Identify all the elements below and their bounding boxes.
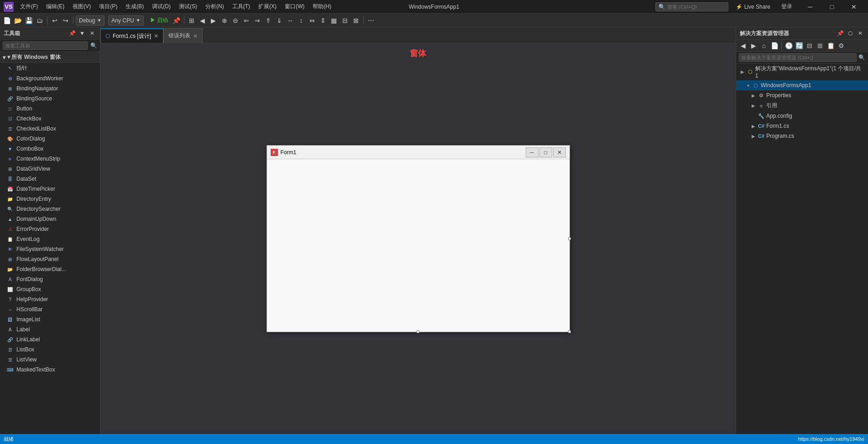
toolbar-btn4[interactable]: ⊕ (220, 16, 230, 26)
tree-properties[interactable]: ▶ ⚙ Properties (736, 90, 868, 100)
toolbar-align8[interactable]: ⇕ (318, 16, 328, 26)
toolbar-extra[interactable]: ⋯ (366, 16, 376, 26)
toolbar-size2[interactable]: ⊟ (340, 16, 350, 26)
tree-solution[interactable]: ▶ ⬡ 解决方案"WindowsFormsApp1"(1 个项目/共 1 (736, 63, 868, 80)
sol-tb-newfile[interactable]: 📄 (769, 41, 779, 51)
toolbar-align1[interactable]: ⇐ (241, 16, 251, 26)
toolbar-undo[interactable]: ↩ (50, 16, 60, 26)
menu-file[interactable]: 文件(F) (16, 1, 42, 12)
toolbar-align4[interactable]: ⇓ (274, 16, 284, 26)
toolbox-dropdown-btn[interactable]: ▼ (78, 29, 86, 37)
tab-form1-design[interactable]: ⬡ Form1.cs [设计] ✕ (100, 28, 163, 43)
resize-handle-bc[interactable] (417, 330, 419, 333)
sol-close-btn[interactable]: ✕ (856, 29, 864, 37)
toolbox-item-datagridview[interactable]: ⊞DataGridView (0, 164, 100, 174)
toolbox-item-checkedlistbox[interactable]: ☰CheckedListBox (0, 124, 100, 134)
toolbox-item-bindingnavigator[interactable]: ⊞BindingNavigator (0, 84, 100, 94)
toolbox-item-errorprovider[interactable]: ⚠ErrorProvider (0, 224, 100, 234)
toolbox-item-button[interactable]: □Button (0, 104, 100, 114)
toolbox-item-helpprovider[interactable]: ?HelpProvider (0, 294, 100, 304)
toolbar-btn3[interactable]: ▶ (209, 16, 219, 26)
toolbar-saveall[interactable]: 🗂 (35, 16, 45, 26)
toolbox-item-groupbox[interactable]: ⬜GroupBox (0, 284, 100, 294)
form-restore-btn[interactable]: □ (539, 147, 552, 157)
menu-analyze[interactable]: 分析(N) (202, 1, 228, 12)
solution-search-input[interactable] (739, 53, 857, 62)
close-button[interactable]: ✕ (843, 0, 864, 14)
menu-build[interactable]: 生成(B) (122, 1, 147, 12)
tree-references[interactable]: ▶ ≡ 引用 (736, 100, 868, 111)
debug-dropdown[interactable]: Debug ▼ (76, 16, 105, 26)
menu-edit[interactable]: 编辑(E) (42, 1, 68, 12)
toolbar-btn2[interactable]: ◀ (198, 16, 208, 26)
toolbox-item-folderbrowserdial---[interactable]: 📂FolderBrowserDial... (0, 264, 100, 274)
form-window[interactable]: F Form1 ─ □ ✕ (267, 145, 570, 332)
toolbox-item-filesystemwatcher[interactable]: 👁FileSystemWatcher (0, 244, 100, 254)
toolbox-item-contextmenustrip[interactable]: ≡ContextMenuStrip (0, 154, 100, 164)
toolbox-item-directorysearcher[interactable]: 🔍DirectorySearcher (0, 204, 100, 214)
toolbox-item-colordialog[interactable]: 🎨ColorDialog (0, 134, 100, 144)
toolbar-size1[interactable]: ▦ (329, 16, 339, 26)
toolbox-search-input[interactable] (3, 42, 88, 50)
toolbox-item-label[interactable]: ALabel (0, 324, 100, 334)
toolbox-item-listbox[interactable]: ☰ListBox (0, 345, 100, 355)
toolbox-item-eventlog[interactable]: 📋EventLog (0, 234, 100, 244)
toolbox-item---[interactable]: ↖指针 (0, 63, 100, 73)
toolbar-btn5[interactable]: ⊖ (230, 16, 241, 26)
toolbox-item-domainupdown[interactable]: ▲DomainUpDown (0, 214, 100, 224)
cpu-dropdown[interactable]: Any CPU ▼ (108, 16, 143, 26)
toolbar-align5[interactable]: ↔ (285, 16, 295, 26)
menu-view[interactable]: 视图(V) (69, 1, 94, 12)
sol-tb-stop[interactable]: ⊟ (805, 41, 815, 51)
tree-programcs[interactable]: ▶ C# Program.cs (736, 131, 868, 141)
menu-debug[interactable]: 调试(D) (148, 1, 174, 12)
toolbar-save[interactable]: 💾 (24, 16, 34, 26)
menu-extensions[interactable]: 扩展(X) (255, 1, 280, 12)
form-close-btn[interactable]: ✕ (553, 147, 566, 157)
sol-pin-btn[interactable]: 📌 (836, 29, 844, 37)
login-button[interactable]: 登录 (778, 1, 796, 12)
start-button[interactable]: ▶ 启动 (147, 16, 171, 25)
toolbox-item-datetimepicker[interactable]: 📅DateTimePicker (0, 184, 100, 194)
resize-handle-rc[interactable] (568, 237, 571, 240)
resize-handle-br[interactable] (568, 330, 571, 333)
toolbox-item-bindingsource[interactable]: 🔗BindingSource (0, 94, 100, 104)
sol-tb-showfiles[interactable]: 📋 (826, 41, 836, 51)
sol-tb-collapse[interactable]: ⊞ (815, 41, 825, 51)
toolbox-item-dataset[interactable]: 🗄DataSet (0, 174, 100, 184)
design-canvas[interactable]: 窗体 F Form1 ─ □ ✕ (100, 43, 736, 434)
toolbar-btn1[interactable]: ⊞ (187, 16, 197, 26)
toolbar-align7[interactable]: ⇔ (307, 16, 317, 26)
toolbox-item-fontdialog[interactable]: AFontDialog (0, 274, 100, 284)
sol-expand-btn[interactable]: ⬡ (846, 29, 854, 37)
toolbox-close-btn[interactable]: ✕ (88, 29, 96, 37)
toolbox-item-combobox[interactable]: ▼ComboBox (0, 144, 100, 154)
toolbar-size3[interactable]: ⊠ (351, 16, 361, 26)
restore-button[interactable]: □ (821, 0, 842, 14)
toolbar-align2[interactable]: ⇒ (252, 16, 262, 26)
toolbar-new[interactable]: 📄 (2, 16, 12, 26)
toolbar-open[interactable]: 📂 (13, 16, 23, 26)
toolbar-align3[interactable]: ⇑ (263, 16, 273, 26)
sol-tb-clock[interactable]: 🕐 (784, 41, 794, 51)
tab-errors-close[interactable]: ✕ (193, 33, 198, 39)
toolbox-item-listview[interactable]: ☰ListView (0, 355, 100, 365)
menu-project[interactable]: 项目(P) (95, 1, 121, 12)
menu-test[interactable]: 测试(S) (175, 1, 201, 12)
sol-tb-home[interactable]: ⌂ (759, 41, 769, 51)
menu-help[interactable]: 帮助(H) (309, 1, 335, 12)
title-search-box[interactable]: 🔍 (655, 2, 728, 11)
tab-errors[interactable]: 错误列表 ✕ (163, 28, 203, 43)
toolbox-item-maskedtextbox[interactable]: ⌨MaskedTextBox (0, 365, 100, 375)
tree-appconfig[interactable]: ▶ 🔧 App.config (736, 111, 868, 121)
tab-form1-close[interactable]: ✕ (154, 33, 158, 39)
toolbox-item-backgroundworker[interactable]: ⚙BackgroundWorker (0, 73, 100, 84)
toolbox-pin-btn[interactable]: 📌 (68, 29, 76, 37)
form-minimize-btn[interactable]: ─ (526, 147, 539, 157)
toolbar-align6[interactable]: ↕ (296, 16, 306, 26)
minimize-button[interactable]: ─ (800, 0, 821, 14)
toolbox-item-flowlayoutpanel[interactable]: ⊞FlowLayoutPanel (0, 254, 100, 264)
toolbox-item-linklabel[interactable]: 🔗LinkLabel (0, 334, 100, 345)
sol-tb-back[interactable]: ◀ (738, 41, 748, 51)
live-share-button[interactable]: ⚡ Live Share (732, 3, 774, 11)
